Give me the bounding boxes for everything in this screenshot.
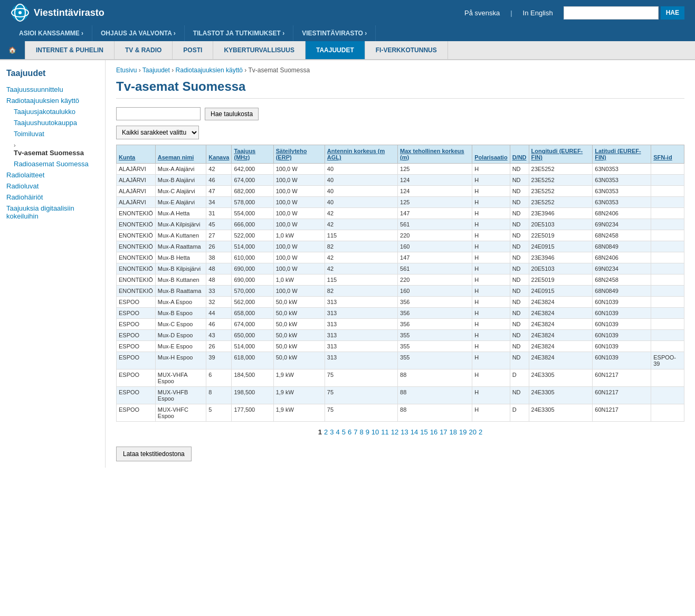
table-cell: 44 <box>206 308 232 319</box>
table-cell: 34 <box>206 197 232 208</box>
table-cell: ND <box>510 274 529 286</box>
table-search-input[interactable] <box>116 107 201 120</box>
table-cell <box>651 252 684 263</box>
sidebar-item-huutokauppa[interactable]: Taajuushuutokauppa <box>14 119 99 127</box>
svg-point-3 <box>18 11 22 14</box>
pagination-link[interactable]: 11 <box>381 428 388 436</box>
table-cell: 24E3305 <box>529 404 593 422</box>
breadcrumb-radiotaajuudet[interactable]: Radiotaajuuksien käyttö <box>176 67 243 74</box>
table-cell: ALAJÄRVI <box>117 186 156 197</box>
th-polarisaatio[interactable]: Polarisaatio <box>472 145 510 164</box>
pagination-link[interactable]: 14 <box>411 428 418 436</box>
breadcrumb-taajuudet[interactable]: Taajuudet <box>142 67 170 74</box>
breadcrumb-etusivu[interactable]: Etusivu <box>116 67 137 74</box>
sidebar-item-tv-asemat[interactable]: Tv-asemat Suomessa <box>14 149 99 157</box>
table-search-button[interactable]: Hae taulukosta <box>205 108 259 120</box>
table-cell: H <box>472 308 510 319</box>
th-dnd[interactable]: D/ND <box>510 145 529 164</box>
sidebar-item-toimiluvat[interactable]: Toimiluvat <box>14 130 99 138</box>
tab-taajuudet[interactable]: TAAJUUDET <box>306 41 365 59</box>
header-search-input[interactable] <box>564 6 659 20</box>
table-cell: Mux-C Alajärvi <box>155 186 206 197</box>
table-cell: ND <box>510 230 529 241</box>
table-cell: Mux-B Hetta <box>155 252 206 263</box>
table-cell: 75 <box>325 369 397 387</box>
table-cell: 1,0 kW <box>273 274 325 286</box>
pagination-link[interactable]: 5 <box>342 428 346 436</box>
pagination-link[interactable]: 16 <box>430 428 437 436</box>
pagination: 12345678910111213141516171819202 <box>116 428 684 436</box>
pagination-link[interactable]: 3 <box>330 428 334 436</box>
sidebar-item-radiolaitteet[interactable]: Radiolaitteet <box>6 171 99 179</box>
sidebar-item-radioluvat[interactable]: Radioluvat <box>6 182 99 190</box>
pagination-link[interactable]: 18 <box>450 428 457 436</box>
table-cell: 1,0 kW <box>273 230 325 241</box>
column-select[interactable]: Kaikki sarakkeet valittu <box>116 126 199 139</box>
table-cell: 50,0 kW <box>273 352 325 369</box>
pagination-link[interactable]: 19 <box>459 428 466 436</box>
table-cell: 5 <box>206 404 232 422</box>
lang-sv-link[interactable]: På svenska <box>464 9 500 17</box>
tab-fi[interactable]: FI-VERKKOTUNNUS <box>365 41 448 59</box>
table-cell: 63N0353 <box>593 186 651 197</box>
table-cell: 45 <box>206 219 232 230</box>
main-nav-item-1[interactable]: OHJAUS JA VALVONTA › <box>92 25 185 41</box>
tab-home[interactable]: 🏠 <box>0 41 25 59</box>
main-nav-item-3[interactable]: VIESTINTÄVIRASTO › <box>293 25 376 41</box>
th-latitudi[interactable]: Latitudi (EUREF-FIN) <box>593 145 651 164</box>
main-nav-item-2[interactable]: TILASTOT JA TUTKIMUKSET › <box>185 25 293 41</box>
th-taajuus[interactable]: Taajuus (MHz) <box>232 145 273 164</box>
tab-tv[interactable]: TV & RADIO <box>115 41 173 59</box>
pagination-link[interactable]: 13 <box>401 428 408 436</box>
lang-en-link[interactable]: In English <box>523 9 553 17</box>
pagination-link[interactable]: 17 <box>440 428 447 436</box>
th-aseman-nimi[interactable]: Aseman nimi <box>155 145 206 164</box>
tab-posti[interactable]: POSTI <box>173 41 213 59</box>
download-button[interactable]: Lataa tekstitiedostona <box>116 447 192 461</box>
pagination-link[interactable]: 9 <box>366 428 369 436</box>
pagination-link[interactable]: 8 <box>359 428 363 436</box>
pagination-link[interactable]: 10 <box>372 428 379 436</box>
pagination-link[interactable]: 20 <box>469 428 477 436</box>
th-kanava[interactable]: Kanava <box>206 145 232 164</box>
table-cell: H <box>472 241 510 252</box>
sidebar-item-taajuussuunnittelu[interactable]: Taajuussuunnittelu <box>6 86 99 93</box>
table-row: ESPOOMUX-VHFC Espoo5177,5001,9 kW7588HD2… <box>117 404 684 422</box>
sidebar-item-kokeilut[interactable]: Taajuuksia digitaalisiin kokeiluihin <box>6 204 99 220</box>
tab-internet[interactable]: INTERNET & PUHELIN <box>25 41 115 59</box>
table-cell: 23E5252 <box>529 175 593 186</box>
table-cell: ESPOO <box>117 341 156 352</box>
sidebar-item-radiotaajuuksien[interactable]: Radiotaajuuksien käyttö <box>6 97 99 105</box>
pagination-link[interactable]: 7 <box>354 428 357 436</box>
header-search-button[interactable]: HAE <box>661 6 684 20</box>
table-cell: 674,000 <box>232 175 273 186</box>
table-cell: 24E0915 <box>529 286 593 297</box>
th-longitudi[interactable]: Longitudi (EUREF-FIN) <box>529 145 593 164</box>
table-cell <box>651 319 684 330</box>
sidebar-item-radioasemat[interactable]: Radioasemat Suomessa <box>14 160 99 168</box>
pagination-link[interactable]: 2 <box>479 428 482 436</box>
pagination-link[interactable]: 6 <box>348 428 351 436</box>
table-cell: 88 <box>398 369 472 387</box>
pagination-link[interactable]: 2 <box>324 428 328 436</box>
table-cell: 46 <box>206 175 232 186</box>
pagination-link[interactable]: 4 <box>336 428 339 436</box>
th-kunta[interactable]: Kunta <box>117 145 156 164</box>
table-cell: 220 <box>398 274 472 286</box>
table-cell: 100,0 W <box>273 219 325 230</box>
table-cell: 24E3824 <box>529 308 593 319</box>
th-sfn-id[interactable]: SFN-id <box>651 145 684 164</box>
tab-kyber[interactable]: KYBERTURVALLISUUS <box>213 41 306 59</box>
table-cell: 658,000 <box>232 308 273 319</box>
table-cell: H <box>472 286 510 297</box>
table-cell: ENONTEKIÖ <box>117 208 156 219</box>
th-antennin-korkeus[interactable]: Antennin korkeus (m AGL) <box>325 145 397 164</box>
table-row: ALAJÄRVIMux-C Alajärvi47682,000100,0 W40… <box>117 186 684 197</box>
sidebar-item-jakotaulukko[interactable]: Taajuusjakotaulukko <box>14 108 99 116</box>
pagination-link[interactable]: 15 <box>420 428 427 436</box>
main-nav-item-0[interactable]: ASIOI KANSSAMME › <box>11 25 92 41</box>
th-sateily[interactable]: Säteilyteho (ERP) <box>273 145 325 164</box>
pagination-link[interactable]: 12 <box>391 428 398 436</box>
sidebar-item-radiohairiot[interactable]: Radiohäiriöt <box>6 193 99 201</box>
th-max-korkeus[interactable]: Max tehollinen korkeus (m) <box>398 145 472 164</box>
